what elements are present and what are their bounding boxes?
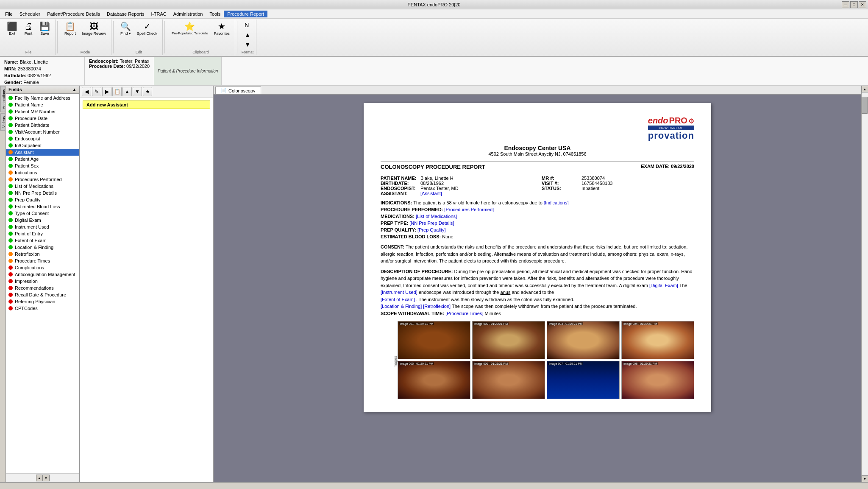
report-area[interactable]: 📄 Colonoscopy endo PRO ⚙ NOW PART OF [214,86,861,482]
menu-database-reports[interactable]: Database Reports [103,11,148,17]
field-patient-name[interactable]: Patient Name [6,101,79,108]
field-dot-impression [8,279,13,283]
spell-check-button[interactable]: ✓ Spell Check [134,20,160,37]
field-assistant[interactable]: Assistant [6,149,79,156]
field-impression[interactable]: Impression [6,278,79,285]
field-visit-account[interactable]: Visit/Account Number [6,129,79,135]
field-retroflexion[interactable]: Retroflexion [6,251,79,257]
add-new-assistant-button[interactable]: Add new Assistant [83,101,210,109]
field-procedures[interactable]: Procedures Performed [6,176,79,183]
status-bar [0,482,868,489]
field-cpt-codes[interactable]: CPTCodes [6,305,79,312]
field-medications[interactable]: List of Medications [6,183,79,190]
field-referring-physician[interactable]: Referring Physician [6,298,79,305]
format-btn-3[interactable]: ▼ [242,40,253,49]
print-button[interactable]: 🖨 Print [21,20,36,37]
prep-type-line: PREP TYPE: [NN Pre Prep Details] [381,221,694,226]
digital-exam-placeholder: [Digital Exam] [649,283,678,288]
field-endoscopist[interactable]: Endoscopist [6,135,79,142]
exit-button[interactable]: ⬛ Exit [4,20,20,37]
field-in-outpatient[interactable]: In/Outpatient [6,142,79,149]
field-recall-date[interactable]: Recall Date & Procedure [6,291,79,298]
field-point-of-entry[interactable]: Point of Entry [6,230,79,237]
right-scrollbar: ▲ ▼ [861,86,868,482]
save-button[interactable]: 💾 Save [37,20,53,37]
field-procedure-times[interactable]: Procedure Times [6,257,79,264]
field-facility-name[interactable]: Facility Name and Address [6,95,79,101]
field-patient-sex[interactable]: Patient Sex [6,162,79,169]
field-label-recall: Recall Date & Procedure [15,292,66,297]
ribbon-group-edit: 🔍 Find ▾ ✓ Spell Check Edit [115,20,163,55]
field-nn-prep[interactable]: NN Pre Prep Details [6,190,79,196]
report-image-8: Image 008 - 01:29:21 PM [621,361,694,399]
field-type-of-consent[interactable]: Type of Consent [6,210,79,217]
image-review-button[interactable]: 🖼 Image Review [79,20,108,37]
field-dot-nn-prep [8,191,13,195]
scroll-down-button[interactable]: ▼ [862,475,868,482]
field-recommendations[interactable]: Recommendations [6,285,79,291]
report-image-4: Image 004 - 01:29:21 PM [621,321,694,359]
asst-up-button[interactable]: ▲ [122,87,132,96]
anus-text: anus [501,290,511,295]
desc-text3: and advanced to the [512,290,554,295]
videos-tab[interactable]: Videos [0,113,5,131]
img3-timestamp: Image 003 - 01:29:21 PM [548,322,583,325]
ribbon-clipboard-buttons: ⭐ Pre-Populated Template ★ Favorites [169,20,232,49]
menu-patient-procedure[interactable]: Patient/Procedure Details [44,11,103,17]
fields-scroll-down[interactable]: ▼ [43,475,50,481]
find-button[interactable]: 🔍 Find ▾ [118,20,134,37]
field-location-finding[interactable]: Location & Finding [6,244,79,251]
favorites-button[interactable]: ★ Favorites [211,20,232,37]
field-patient-age[interactable]: Patient Age [6,156,79,162]
field-patient-birthdate[interactable]: Patient Birthdate [6,122,79,129]
field-anticoagulation[interactable]: Anticoagulation Management [6,271,79,278]
tab-icon: 📄 [221,88,227,93]
ribbon-separator-4 [237,21,237,53]
assistant-panel: ◀ ✎ ▶ 📋 ▲ ▼ ★ Add new Assistant [80,86,214,482]
field-extent-of-exam[interactable]: Extent of Exam [6,237,79,244]
format-btn-1[interactable]: N [242,20,253,30]
menu-itrac[interactable]: i-TRAC [148,11,170,17]
field-instrument-used[interactable]: Instrument Used [6,224,79,230]
field-digital-exam[interactable]: Digital Exam [6,217,79,224]
minimize-button[interactable]: ─ [842,1,849,8]
field-indications[interactable]: Indications [6,169,79,176]
field-blood-loss[interactable]: Estimated Blood Loss [6,203,79,210]
asst-back-button[interactable]: ◀ [82,87,91,96]
report-button[interactable]: 📋 Report [62,20,78,37]
close-button[interactable]: ✕ [859,1,866,8]
fields-collapse-icon[interactable]: ▲ [72,87,77,92]
menu-bar: File Scheduler Patient/Procedure Details… [0,9,868,19]
field-label-impression: Impression [15,279,38,284]
field-procedure-date[interactable]: Procedure Date [6,115,79,122]
asst-down-button[interactable]: ▼ [133,87,142,96]
scroll-track[interactable] [862,92,868,475]
format-btn-2[interactable]: ▲ [242,30,253,39]
menu-file[interactable]: File [2,11,16,17]
field-prep-quality[interactable]: Prep Quality [6,196,79,203]
menu-administration[interactable]: Administration [170,11,206,17]
report-page: endo PRO ⚙ NOW PART OF provation Endosco… [364,103,711,412]
menu-procedure-report[interactable]: Procedure Report [224,11,267,17]
colonoscopy-tab[interactable]: 📄 Colonoscopy [215,87,261,94]
scroll-thumb[interactable] [862,97,868,114]
image-review-icon: 🖼 [90,22,98,31]
scroll-up-button[interactable]: ▲ [862,86,868,92]
restore-button[interactable]: □ [850,1,858,8]
annotations-tab[interactable]: Annotations [0,86,5,112]
menu-scheduler[interactable]: Scheduler [16,11,44,17]
images-label: Images [393,356,398,369]
field-complications[interactable]: Complications [6,264,79,271]
asst-edit-button[interactable]: ✎ [92,87,101,96]
asst-star-button[interactable]: ★ [143,87,152,96]
asst-forward-button[interactable]: ▶ [102,87,111,96]
main-area: Annotations Videos Fields ▲ Facility Nam… [0,86,868,482]
fields-scroll-up[interactable]: ▲ [36,475,43,481]
menu-tools[interactable]: Tools [206,11,224,17]
field-patient-mr[interactable]: Patient MR Number [6,108,79,115]
prepopulated-template-button[interactable]: ⭐ Pre-Populated Template [169,20,211,37]
female-text: female [466,200,480,205]
img5-timestamp: Image 005 - 01:29:21 PM [399,362,434,365]
asst-copy-button[interactable]: 📋 [112,87,122,96]
procedure-times-placeholder: [Procedure Times] [445,311,483,316]
